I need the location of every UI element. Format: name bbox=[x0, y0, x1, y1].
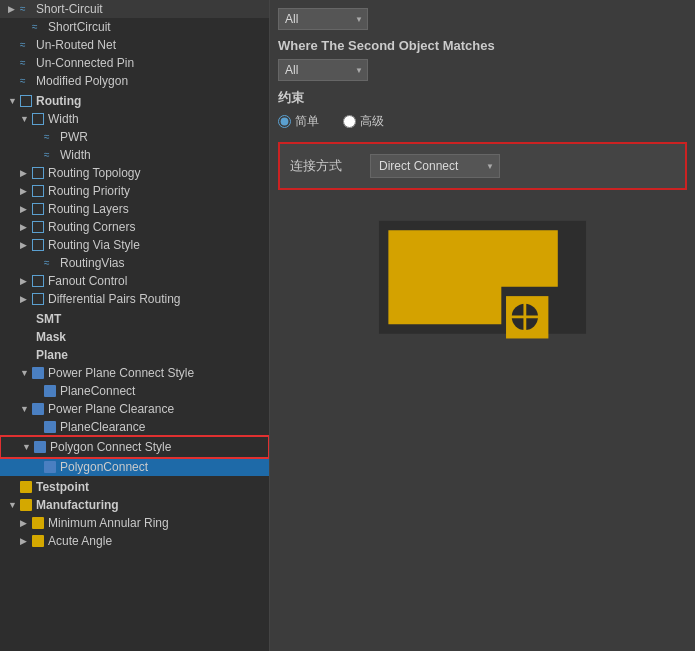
tree-item-unconnected-pin[interactable]: ≈ Un-Connected Pin bbox=[0, 54, 269, 72]
tree-item-power-plane-connect[interactable]: ▼ Power Plane Connect Style bbox=[0, 364, 269, 382]
arrow-icon: ▶ bbox=[20, 518, 30, 528]
tree-label: Manufacturing bbox=[36, 498, 119, 512]
tree-item-width[interactable]: ▼ Width bbox=[0, 110, 269, 128]
tree-label: Acute Angle bbox=[48, 534, 112, 548]
tree-item-min-annular-ring[interactable]: ▶ Minimum Annular Ring bbox=[0, 514, 269, 532]
tree-item-diff-pairs[interactable]: ▶ Differential Pairs Routing bbox=[0, 290, 269, 308]
tree-label: Testpoint bbox=[36, 480, 89, 494]
arrow-icon: ▼ bbox=[20, 404, 30, 414]
route-icon bbox=[32, 185, 44, 197]
tree-label: PlaneConnect bbox=[60, 384, 135, 398]
tree-label: RoutingVias bbox=[60, 256, 125, 270]
blue-sq-icon bbox=[34, 441, 46, 453]
tree-label: Un-Routed Net bbox=[36, 38, 116, 52]
radio-advanced[interactable] bbox=[343, 115, 356, 128]
radio-advanced-text: 高级 bbox=[360, 113, 384, 130]
zig-icon: ≈ bbox=[44, 131, 56, 143]
tree-item-width-child[interactable]: ≈ Width bbox=[0, 146, 269, 164]
arrow-icon: ▶ bbox=[20, 168, 30, 178]
second-dropdown-row: All bbox=[278, 59, 687, 81]
connect-row: 连接方式 Direct Connect Relief Connect No Co… bbox=[290, 154, 675, 178]
tree-item-plane-clearance-child[interactable]: PlaneClearance bbox=[0, 418, 269, 436]
tree-label: Mask bbox=[36, 330, 66, 344]
tree-item-polygon-connect-child[interactable]: PolygonConnect bbox=[0, 458, 269, 476]
zig-icon: ≈ bbox=[32, 21, 44, 33]
connect-style-viz bbox=[278, 202, 687, 362]
tree-item-unrouted-net[interactable]: ≈ Un-Routed Net bbox=[0, 36, 269, 54]
tree-label: Polygon Connect Style bbox=[50, 440, 171, 454]
tree-label: Power Plane Clearance bbox=[48, 402, 174, 416]
arrow-icon: ▶ bbox=[8, 4, 18, 14]
arrow-icon: ▶ bbox=[20, 294, 30, 304]
first-dropdown[interactable]: All bbox=[278, 8, 368, 30]
plane-icon bbox=[20, 349, 32, 361]
radio-simple[interactable] bbox=[278, 115, 291, 128]
zig-icon: ≈ bbox=[20, 39, 32, 51]
arrow-icon: ▶ bbox=[20, 276, 30, 286]
viz-area bbox=[278, 202, 687, 362]
arrow-icon: ▼ bbox=[20, 368, 30, 378]
radio-simple-text: 简单 bbox=[295, 113, 319, 130]
arrow-icon: ▶ bbox=[20, 186, 30, 196]
tree-item-manufacturing[interactable]: ▼ Manufacturing bbox=[0, 496, 269, 514]
blue-sq-icon bbox=[32, 367, 44, 379]
tree-label: PWR bbox=[60, 130, 88, 144]
first-dropdown-wrap[interactable]: All bbox=[278, 8, 368, 30]
route-icon bbox=[32, 221, 44, 233]
tree-panel[interactable]: ▶ ≈ Short-Circuit ≈ ShortCircuit ≈ Un-Ro… bbox=[0, 0, 270, 651]
tree-item-routing-via-style[interactable]: ▶ Routing Via Style bbox=[0, 236, 269, 254]
tree-item-shortcircuit[interactable]: ≈ ShortCircuit bbox=[0, 18, 269, 36]
yellow-icon bbox=[20, 481, 32, 493]
tree-label: Routing Layers bbox=[48, 202, 129, 216]
zig-icon: ≈ bbox=[20, 75, 32, 87]
tree-item-routing-vias[interactable]: ≈ RoutingVias bbox=[0, 254, 269, 272]
arrow-icon: ▶ bbox=[20, 222, 30, 232]
tree-label: Differential Pairs Routing bbox=[48, 292, 181, 306]
tree-label: Fanout Control bbox=[48, 274, 127, 288]
tree-item-pwr[interactable]: ≈ PWR bbox=[0, 128, 269, 146]
tree-item-routing-corners[interactable]: ▶ Routing Corners bbox=[0, 218, 269, 236]
arrow-icon: ▼ bbox=[8, 500, 18, 510]
tree-item-polygon-connect-style[interactable]: ▼ Polygon Connect Style bbox=[2, 438, 267, 456]
yellow-icon bbox=[32, 535, 44, 547]
constraint-box: 连接方式 Direct Connect Relief Connect No Co… bbox=[278, 142, 687, 190]
tree-item-fanout-control[interactable]: ▶ Fanout Control bbox=[0, 272, 269, 290]
second-dropdown-wrap[interactable]: All bbox=[278, 59, 368, 81]
tree-item-routing[interactable]: ▼ Routing bbox=[0, 92, 269, 110]
arrow-icon: ▼ bbox=[20, 114, 30, 124]
tree-item-routing-topology[interactable]: ▶ Routing Topology bbox=[0, 164, 269, 182]
tree-label: Minimum Annular Ring bbox=[48, 516, 169, 530]
tree-item-short-circuit[interactable]: ▶ ≈ Short-Circuit bbox=[0, 0, 269, 18]
tree-label: ShortCircuit bbox=[48, 20, 111, 34]
tree-item-routing-priority[interactable]: ▶ Routing Priority bbox=[0, 182, 269, 200]
second-dropdown[interactable]: All bbox=[278, 59, 368, 81]
blue-sq-icon bbox=[44, 421, 56, 433]
route-icon bbox=[32, 293, 44, 305]
tree-item-acute-angle[interactable]: ▶ Acute Angle bbox=[0, 532, 269, 550]
tree-item-plane-connect-child[interactable]: PlaneConnect bbox=[0, 382, 269, 400]
tree-label: Routing Corners bbox=[48, 220, 135, 234]
zig-icon: ≈ bbox=[20, 3, 32, 15]
tree-item-routing-layers[interactable]: ▶ Routing Layers bbox=[0, 200, 269, 218]
blue-sq-icon bbox=[32, 403, 44, 415]
tree-item-testpoint[interactable]: Testpoint bbox=[0, 478, 269, 496]
tree-label: Un-Connected Pin bbox=[36, 56, 134, 70]
tree-label: PolygonConnect bbox=[60, 460, 148, 474]
connect-dropdown[interactable]: Direct Connect Relief Connect No Connect bbox=[370, 154, 500, 178]
route-icon bbox=[32, 113, 44, 125]
tree-item-modified-polygon[interactable]: ≈ Modified Polygon bbox=[0, 72, 269, 90]
tree-item-power-plane-clearance[interactable]: ▼ Power Plane Clearance bbox=[0, 400, 269, 418]
connect-dropdown-wrap[interactable]: Direct Connect Relief Connect No Connect bbox=[370, 154, 500, 178]
tree-item-plane[interactable]: Plane bbox=[0, 346, 269, 364]
tree-label: Routing Topology bbox=[48, 166, 141, 180]
radio-advanced-label[interactable]: 高级 bbox=[343, 113, 384, 130]
arrow-icon: ▼ bbox=[22, 442, 32, 452]
radio-simple-label[interactable]: 简单 bbox=[278, 113, 319, 130]
route-icon bbox=[20, 95, 32, 107]
zig-icon: ≈ bbox=[20, 57, 32, 69]
tree-item-smt[interactable]: SMT bbox=[0, 310, 269, 328]
zig-icon: ≈ bbox=[44, 149, 56, 161]
tree-label: Width bbox=[48, 112, 79, 126]
tree-item-mask[interactable]: Mask bbox=[0, 328, 269, 346]
blue-sq-icon bbox=[44, 461, 56, 473]
